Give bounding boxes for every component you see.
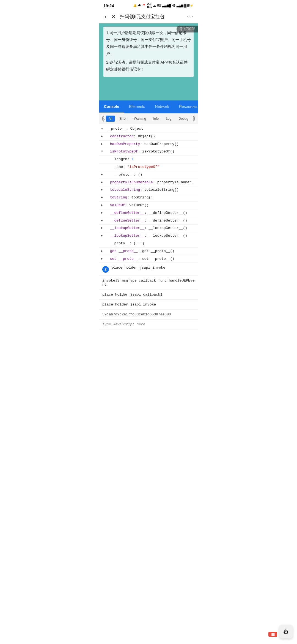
header: ‹ ✕ 扫码领6元支付宝红包 ··· <box>99 10 198 23</box>
eye-icon: 👁 <box>138 4 141 7</box>
filter-debug[interactable]: Debug <box>176 116 191 122</box>
console-entry-lookup-setter[interactable]: __lookupSetter__: __lookupSetter__() <box>99 232 198 240</box>
more-button[interactable]: ··· <box>187 13 194 20</box>
tab-resources[interactable]: Resources <box>174 100 198 113</box>
filter-all[interactable]: All <box>106 116 115 122</box>
back-button[interactable]: ‹ <box>103 12 108 21</box>
close-button[interactable]: ✕ <box>110 12 117 21</box>
content-line2: 2.参与活动，请提前完成支付宝 APP实名认证并绑定邮储银行借记卡： <box>106 59 191 73</box>
console-input[interactable]: Type JavaScript here <box>99 320 198 329</box>
console-entry-lookup-getter[interactable]: __lookupGetter__: __lookupGetter__() <box>99 225 198 232</box>
status-icons: 🔔 👁 📍 2.3K/s ☁ 5G ▂▄▆█ 46 ▂▄▆ ▓35⚡ <box>133 2 194 9</box>
console-entry-constructor[interactable]: constructor: Object() <box>99 133 198 141</box>
filter-bar: All Error Warning Info Log Debug i <box>99 113 198 124</box>
filter-error[interactable]: Error <box>117 116 130 122</box>
console-entry-proto-fn[interactable]: __proto__: () <box>99 171 198 179</box>
console-entry-to-string[interactable]: toString: toString() <box>99 194 198 202</box>
content-line1: 1.同一用户活动期间仅限领取一次，同一借记卡号、同一身份证号、同一支付宝账户、同… <box>106 29 191 57</box>
console-plain-callback1: place_holder_jsapi_callback1 <box>99 290 198 300</box>
info-icon[interactable]: i <box>193 116 195 121</box>
console-plain-hash: 59cab7d9c2e17fc63ceb1d653874e300 <box>99 310 198 320</box>
tab-elements[interactable]: Elements <box>124 100 150 113</box>
content-area: 号：T0308 1.同一用户活动期间仅限领取一次，同一借记卡号、同一身份证号、同… <box>99 23 198 100</box>
filter-info[interactable]: Info <box>150 116 161 122</box>
console-entry-proto-obj[interactable]: __proto__: Object <box>99 125 198 133</box>
status-time: 19:24 <box>103 3 114 8</box>
battery-icon: ▓35⚡ <box>184 4 194 7</box>
wifi-icon: ☁ <box>153 4 156 7</box>
page-title: 扫码领6元支付宝红包 <box>120 13 184 20</box>
filter-warning[interactable]: Warning <box>131 116 149 122</box>
devtools-tab-bar: Console Elements Network Resources Sourc… <box>99 100 198 113</box>
console-entry-proto-dots: __proto__: (...) <box>99 240 198 248</box>
badge-text-1: place_holder_jsapi_invoke <box>112 266 165 270</box>
signal-bar-1: ▂▄▆█ <box>162 4 171 7</box>
content-text: 1.同一用户活动期间仅限领取一次，同一借记卡号、同一身份证号、同一支付宝账户、同… <box>103 27 194 77</box>
signal-5g: 5G <box>157 4 161 7</box>
tab-console[interactable]: Console <box>99 100 124 113</box>
console-entry-value-of[interactable]: valueOf: valueOf() <box>99 202 198 209</box>
console-entry-length: length: 1 <box>99 156 198 163</box>
console-output: __proto__: Object constructor: Object() … <box>99 124 198 331</box>
signal-46: 46 <box>172 4 175 7</box>
signal-bar-2: ▂▄▆ <box>177 4 183 7</box>
status-bar: 19:24 🔔 👁 📍 2.3K/s ☁ 5G ▂▄▆█ 46 ▂▄▆ ▓35⚡ <box>99 0 198 10</box>
filter-log[interactable]: Log <box>163 116 174 122</box>
console-entry-name: name: "isPrototypeOf" <box>99 163 198 171</box>
badge-2: 2 <box>102 266 109 273</box>
console-plain-invokejs: invokeJS msgType callback func handleUEP… <box>99 276 198 290</box>
console-entry-set-proto[interactable]: set __proto__: set __proto__() <box>99 255 198 263</box>
speed-indicator: 2.3K/s <box>147 2 152 9</box>
console-entry-property-is-enumerable[interactable]: propertyIsEnumerable: propertyIsEnumerab… <box>99 179 198 187</box>
console-plain-invoke: place_holder_jsapi_invoke <box>99 300 198 310</box>
console-entry-to-locale-string[interactable]: toLocaleString: toLocaleString() <box>99 186 198 194</box>
content-overlay: 号：T0308 <box>177 26 198 32</box>
console-entry-has-own-property[interactable]: hasOwnProperty: hasOwnProperty() <box>99 141 198 148</box>
block-icon[interactable] <box>102 116 104 122</box>
console-entry-define-setter[interactable]: __defineSetter__: __defineSetter__() <box>99 217 198 225</box>
console-entry-define-getter[interactable]: __defineGetter__: __defineGetter__() <box>99 209 198 217</box>
notification-icon: 🔔 <box>133 4 137 7</box>
console-badge-entry-1: 2 place_holder_jsapi_invoke <box>99 263 198 276</box>
location-icon: 📍 <box>142 4 146 7</box>
tab-network[interactable]: Network <box>150 100 174 113</box>
console-entry-is-prototype-of[interactable]: isPrototypeOf: isPrototypeOf() <box>99 148 198 156</box>
console-entry-get-proto[interactable]: get __proto__: get __proto__() <box>99 248 198 255</box>
